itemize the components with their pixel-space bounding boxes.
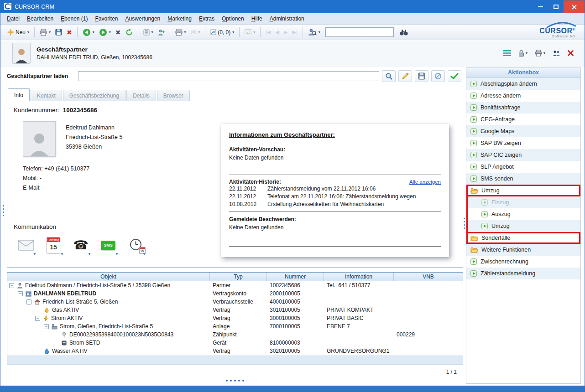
aktionsbox-item-auszug[interactable]: Auszug [466,208,580,220]
edit-button[interactable] [398,70,412,82]
search-button[interactable] [382,70,396,82]
printer-button[interactable]: ▾ [37,27,53,38]
print-record-button[interactable]: ▾ [535,50,545,57]
dropdown-arrow-icon[interactable]: ▼ [115,252,119,256]
aktionsbox-item-abschlagsplan-aendern[interactable]: Abschlagsplan ändern [466,78,580,90]
aktionsbox-item-bonitaetsabfrage[interactable]: Bonitätsabfrage [466,102,580,113]
close-button[interactable] [564,0,585,13]
show-all-link[interactable]: Alle anzeigen [409,179,441,185]
sms-action-button[interactable]: SMS ▼ [98,235,119,255]
collapse-node-icon[interactable]: − [18,291,23,296]
confirm-button[interactable] [448,70,461,82]
table-row[interactable]: DE000229353984000100023N5035O0843Zählpun… [7,330,463,339]
aktionsbox-item-zaehlerstandsmeldung[interactable]: Zählerstandsmeldung [466,268,580,279]
menu-optionen[interactable]: Optionen [218,14,248,23]
aktionsbox-item-sap-cic-zeigen[interactable]: SAP CIC zeigen [466,149,580,161]
arrow-left-green-button[interactable]: ▾ [80,26,97,38]
aktionsbox-item-weitere-funktionen[interactable]: Weitere Funktionen [466,244,580,256]
aktionsbox-item-umzug[interactable]: Umzug [466,185,580,196]
tab-kontakt[interactable]: Kontakt [31,90,62,101]
menu-extras[interactable]: Extras [195,14,218,23]
x-dark-button[interactable]: ✖ [113,27,123,37]
table-hscrollbar[interactable] [7,356,463,365]
tab-geschaeftsbeziehung[interactable]: Geschäftsbeziehung [63,90,125,101]
nav-last-button[interactable]: ▶| [290,28,299,36]
menu-hamburger-button[interactable] [503,50,511,56]
aktionsbox-item-google-maps[interactable]: Google Maps [466,125,580,137]
aktionsbox-item-zwischenrechnung[interactable]: Zwischenrechnung [466,256,580,268]
column-header-objekt[interactable]: Objekt [7,273,210,281]
reminder-action-button[interactable]: 15 ▼ [125,235,146,255]
table-row[interactable]: −DAHLMANN EDELTRUDVertragskonto200010000… [7,289,463,298]
lock-button[interactable]: ▾ [518,50,528,57]
tab-info[interactable]: Info [8,88,30,101]
cancel-button[interactable] [431,70,445,82]
maximize-button[interactable] [548,0,564,13]
minimize-button[interactable] [533,0,548,13]
table-row[interactable]: −Strom, Gießen, Friedrich-List-Straße 5A… [7,322,463,330]
arrow-right-green-button[interactable]: ▾ [97,26,113,38]
bottom-splitter-handle[interactable] [7,380,463,382]
nav-first-button[interactable]: |◀ [263,28,273,36]
menu-favoriten[interactable]: Favoriten [91,14,121,23]
phone-action-button[interactable]: ☎ ▼ [70,235,91,255]
person-search-button[interactable]: ▾ [306,27,323,38]
clipboard-button[interactable]: ▾ [141,27,156,37]
dropdown-arrow-icon[interactable]: ▼ [33,252,37,256]
person-add-button[interactable] [156,27,167,37]
calendar-action-button[interactable]: Samstag15 ▼ [43,235,64,255]
coords-chart-button[interactable]: (0, 0)▾ [208,27,236,37]
menu-administration[interactable]: Administration [266,14,308,23]
column-header-vnb[interactable]: VNB [394,273,463,281]
table-row[interactable]: −Edeltrud Dahlmann / Friedrich-List-Stra… [7,281,463,289]
tab-browser[interactable]: Browser [157,90,190,101]
right-splitter-handle[interactable] [464,218,465,229]
table-row[interactable]: −Friedrich-List-Straße 5, GießenVerbrauc… [7,298,463,306]
collapse-node-icon[interactable]: − [35,316,40,321]
new-star-button[interactable]: Neu▾ [5,27,31,37]
refresh-button[interactable] [123,27,135,38]
image-button[interactable]: ▾ [242,27,257,37]
close-record-button[interactable] [568,50,574,56]
aktionsbox-item-sms-senden[interactable]: SMS senden [466,173,580,185]
dropdown-arrow-icon[interactable]: ▼ [142,252,146,256]
delete-red-button[interactable]: ✖ [64,27,74,37]
column-header-information[interactable]: Information [324,273,394,281]
menu-marketing[interactable]: Marketing [164,14,195,23]
column-header-typ[interactable]: Typ [210,273,267,281]
table-row[interactable]: Wasser AKTIVVertrag3020100005GRUNDVERSOR… [7,347,463,355]
tab-details[interactable]: Details [126,90,156,101]
table-row[interactable]: Gas AKTIVVertrag3010100005PRIVAT KOMPAKT [7,306,463,314]
floppy-button[interactable] [53,27,64,37]
aktionsbox-item-sonderfaelle[interactable]: Sonderfälle [466,232,580,244]
binoculars-button[interactable] [397,27,410,37]
table-row[interactable]: Strom SETDGerät8100000003 [7,339,463,347]
menu-datei[interactable]: Datei [3,14,23,23]
aktionsbox-item-ceg-anfrage[interactable]: CEG-Anfrage [466,113,580,125]
menu-ebenen-1[interactable]: Ebenen (1) [57,14,91,23]
nav-prev-button[interactable]: ◀ [273,28,282,36]
collapse-node-icon[interactable]: − [44,324,49,329]
contacts-button[interactable] [553,50,560,56]
mail-button[interactable]: ✉▾ [188,27,203,37]
menu-bearbeiten[interactable]: Bearbeiten [23,14,57,23]
table-row[interactable]: −Strom AKTIVVertrag3000100005PRIVAT BASI… [7,314,463,322]
save-button[interactable] [415,70,428,82]
dropdown-arrow-icon[interactable]: ▼ [88,252,91,256]
printer-button[interactable]: ▾ [173,27,188,38]
aktionsbox-item-umzug[interactable]: Umzug [466,220,580,232]
partner-load-input[interactable] [78,71,379,81]
nav-next-button[interactable]: ▶ [282,28,290,36]
column-header-nummer[interactable]: Nummer [267,273,324,281]
aktionsbox-item-adresse-aendern[interactable]: Adresse ändern [466,90,580,102]
email-action-button[interactable]: ▼ [16,235,37,255]
menu-auswertungen[interactable]: Auswertungen [122,14,164,23]
dropdown-arrow-icon[interactable]: ▼ [60,252,64,256]
left-splitter-handle[interactable] [3,205,4,216]
menu-hilfe[interactable]: Hilfe [248,14,266,23]
aktionsbox-item-slp-angebot[interactable]: SLP Angebot [466,161,580,173]
collapse-node-icon[interactable]: − [26,299,31,304]
aktionsbox-item-sap-bw-zeigen[interactable]: SAP BW zeigen [466,137,580,149]
toolbar-search-input[interactable] [325,27,394,37]
collapse-node-icon[interactable]: − [9,283,14,288]
